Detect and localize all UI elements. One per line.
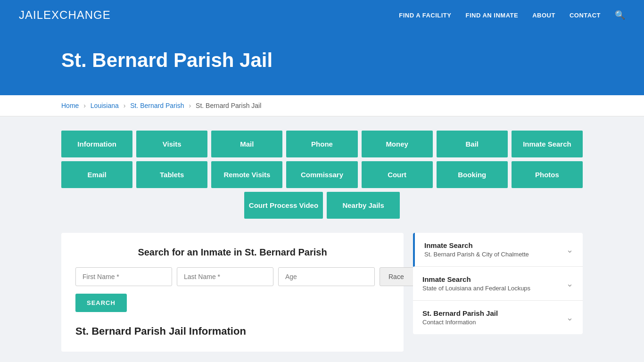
sidebar-item-1-title: Inmate Search [424, 241, 529, 249]
btn-phone[interactable]: Phone [286, 131, 357, 157]
btn-commissary[interactable]: Commissary [286, 161, 357, 188]
nav-find-facility[interactable]: FIND A FACILITY [399, 12, 451, 19]
btn-mail[interactable]: Mail [211, 131, 282, 157]
breadcrumb-home[interactable]: Home [61, 102, 79, 109]
btn-remote-visits[interactable]: Remote Visits [211, 161, 282, 188]
sidebar-item-2-sub: State of Louisiana and Federal Lockups [422, 285, 530, 292]
sidebar-item-3-sub: Contact Information [422, 319, 498, 326]
btn-email[interactable]: Email [61, 161, 132, 188]
btn-inmate-search[interactable]: Inmate Search [512, 131, 583, 157]
page-title: St. Bernard Parish Jail [61, 49, 583, 72]
sidebar-item-3-left: St. Bernard Parish Jail Contact Informat… [422, 309, 498, 326]
breadcrumb-sep-2: › [124, 102, 126, 109]
chevron-down-icon-3: ⌄ [566, 313, 573, 323]
search-button[interactable]: SEARCH [75, 294, 127, 312]
nav-about[interactable]: ABOUT [532, 12, 555, 19]
chevron-down-icon-2: ⌄ [566, 279, 573, 289]
grid-row-1: Information Visits Mail Phone Money Bail… [61, 131, 583, 157]
grid-row-3: Court Process Video Nearby Jails [61, 192, 583, 219]
breadcrumb-louisiana[interactable]: Louisiana [91, 102, 119, 109]
main-content: Information Visits Mail Phone Money Bail… [0, 116, 644, 362]
btn-tablets[interactable]: Tablets [136, 161, 207, 188]
search-icon[interactable]: 🔍 [615, 10, 625, 20]
search-fields: Race White Black Hispanic Asian Other [75, 267, 389, 286]
info-section-title: St. Bernard Parish Jail Information [75, 325, 389, 337]
breadcrumb-parish[interactable]: St. Bernard Parish [130, 102, 184, 109]
sidebar-item-2-title: Inmate Search [422, 275, 530, 283]
btn-photos[interactable]: Photos [512, 161, 583, 188]
breadcrumb-current: St. Bernard Parish Jail [196, 102, 261, 109]
nav-find-inmate[interactable]: FIND AN INMATE [465, 12, 518, 19]
btn-bail[interactable]: Bail [437, 131, 508, 157]
breadcrumb: Home › Louisiana › St. Bernard Parish › … [0, 95, 644, 116]
search-card: Search for an Inmate in St. Bernard Pari… [61, 233, 404, 352]
nav-contact[interactable]: CONTACT [570, 12, 601, 19]
site-logo[interactable]: JAILEXCHANGE [19, 8, 111, 22]
btn-court[interactable]: Court [362, 161, 433, 188]
sidebar-item-1-sub: St. Bernard Parish & City of Chalmette [424, 251, 529, 258]
btn-booking[interactable]: Booking [437, 161, 508, 188]
btn-nearby-jails[interactable]: Nearby Jails [327, 192, 400, 219]
hero-section: St. Bernard Parish Jail [0, 30, 644, 95]
sidebar-item-2-left: Inmate Search State of Louisiana and Fed… [422, 275, 530, 292]
navbar: JAILEXCHANGE FIND A FACILITY FIND AN INM… [0, 0, 644, 30]
logo-jail: JAIL [19, 8, 43, 21]
nav-links: FIND A FACILITY FIND AN INMATE ABOUT CON… [399, 10, 625, 20]
btn-visits[interactable]: Visits [136, 131, 207, 157]
first-name-input[interactable] [75, 267, 172, 286]
grid-row-2: Email Tablets Remote Visits Commissary C… [61, 161, 583, 188]
search-title: Search for an Inmate in St. Bernard Pari… [75, 247, 389, 258]
sidebar-item-3-title: St. Bernard Parish Jail [422, 309, 498, 317]
sidebar: Inmate Search St. Bernard Parish & City … [413, 233, 583, 336]
btn-money[interactable]: Money [362, 131, 433, 157]
last-name-input[interactable] [177, 267, 273, 286]
breadcrumb-sep-3: › [189, 102, 191, 109]
sidebar-item-inmate-search-1[interactable]: Inmate Search St. Bernard Parish & City … [413, 233, 583, 267]
sidebar-item-1-left: Inmate Search St. Bernard Parish & City … [424, 241, 529, 258]
sidebar-item-inmate-search-2[interactable]: Inmate Search State of Louisiana and Fed… [413, 267, 583, 301]
btn-court-process-video[interactable]: Court Process Video [244, 192, 323, 219]
logo-exchange: EXCHANGE [43, 8, 111, 21]
chevron-down-icon-1: ⌄ [566, 245, 573, 255]
age-input[interactable] [278, 267, 375, 286]
bottom-section: Search for an Inmate in St. Bernard Pari… [61, 233, 583, 352]
btn-information[interactable]: Information [61, 131, 132, 157]
breadcrumb-sep-1: › [83, 102, 86, 109]
sidebar-card: Inmate Search St. Bernard Parish & City … [413, 233, 583, 334]
sidebar-item-contact-info[interactable]: St. Bernard Parish Jail Contact Informat… [413, 301, 583, 334]
